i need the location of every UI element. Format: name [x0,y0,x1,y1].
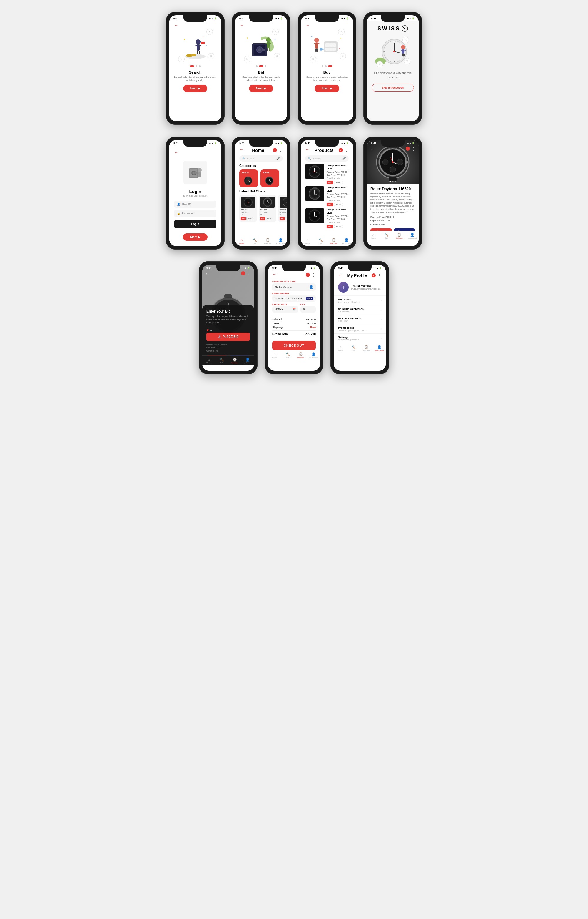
start-button[interactable]: Start ▶ [183,233,208,241]
notification-badge[interactable]: • [406,147,410,151]
back-button[interactable]: ← [174,150,178,155]
start-button[interactable]: Start ▶ [315,85,339,92]
nav-watches[interactable]: ⌚ Watches [360,345,373,351]
notification-badge[interactable]: • [273,148,277,152]
user-name: Thuba Mamba [351,284,380,287]
skip-intro-button[interactable]: Skip Introduction [372,84,414,91]
product-view-button-2[interactable]: VIEW [334,203,342,206]
next-button[interactable]: Next ▶ [183,85,208,92]
time: 9:41 [371,17,376,20]
more-menu-button[interactable]: ⋮ [344,148,349,152]
detail-bid-button[interactable]: 🔨 BID [370,229,392,231]
back-button[interactable]: ← [240,23,244,28]
nav-account[interactable]: 👤 My Account [307,352,320,358]
detail-buy-button[interactable]: 🛒 BUY NOW [394,229,415,231]
nav-account[interactable]: 👤 My Account [340,238,353,244]
detail-prices: Reserve Price: R59 000 Cap Price: R77 00… [370,216,415,227]
search-bar[interactable]: 🔍 Search 🎤 [239,156,283,162]
login-button[interactable]: Login [174,220,216,228]
bid-button-1[interactable]: BID [241,217,246,220]
nav-bids[interactable]: 🔨 Bids [281,352,294,358]
profile-item-promo[interactable]: Promocodes You have special promocodes › [334,324,386,334]
back-button[interactable]: ← [272,272,276,277]
nav-bids[interactable]: 🔨 Bids [380,233,393,239]
profile-item-shipping[interactable]: Shipping Addresses 3 addresses › [334,305,386,315]
bid-button-2[interactable]: BID [260,217,265,220]
nav-account[interactable]: 👤 My Account [373,345,386,351]
nav-watches[interactable]: ⌚ Watches [261,238,274,244]
nav-bids[interactable]: 🔨 Bids [347,345,360,351]
nav-home[interactable]: ⌂ Home [367,233,380,239]
checkout-button[interactable]: CHECKOUT [272,341,316,350]
more-menu-button[interactable]: ⋮ [378,273,381,278]
notification-badge[interactable]: • [339,148,343,152]
back-button[interactable]: ← [205,271,209,276]
cvv-label: CVV [300,303,316,305]
product-watch-svg-1 [305,164,324,179]
password-field[interactable]: 🔒 Password [174,210,216,217]
profile-item-orders[interactable]: My Orders Already have 12 orders › [334,296,386,305]
user-id-field[interactable]: 👤 User ID [174,201,216,208]
nav-bids[interactable]: 🔨 Bids [248,238,261,244]
back-button[interactable]: ← [370,147,374,151]
more-menu-button[interactable]: ⋮ [247,271,251,276]
product-view-button-1[interactable]: VIEW [334,181,342,184]
nav-watches[interactable]: ⌚ Watches [393,233,406,239]
expiry-input[interactable]: MM/YY 📅 [272,306,298,313]
view-button-1[interactable]: VIEW [246,217,253,220]
notification-badge[interactable]: • [372,273,376,277]
user-email: thuba@rebelplayground.co.za [351,287,380,290]
nav-home[interactable]: ⌂ Home [235,238,248,244]
product-bid-button-2[interactable]: BID [326,203,333,206]
nav-account[interactable]: 👤 My Account [241,358,254,364]
detail-action-buttons: 🔨 BID 🛒 BUY NOW [370,229,415,231]
dot-1 [256,65,258,67]
notification-badge[interactable]: • [241,271,245,276]
category-rolex[interactable]: Rolex [260,170,279,187]
products-search-bar[interactable]: 🔍 Search 🎤 [305,156,349,162]
product-view-button-3[interactable]: VIEW [334,225,342,229]
notch [381,15,405,22]
back-button[interactable]: ← [174,23,178,28]
bid-button-3[interactable]: BID [279,217,284,220]
view-button-3[interactable]: VIEW [285,217,287,220]
cvv-input[interactable]: 98 [300,306,316,313]
back-button[interactable]: ← [239,147,244,152]
nav-bids[interactable]: 🔨 Bids [314,238,327,244]
back-button[interactable]: ← [305,147,309,152]
nav-home[interactable]: ⌂ Home [301,238,314,244]
bid-actions-1: BID VIEW [241,217,255,220]
view-button-2[interactable]: VIEW [266,217,273,220]
place-bid-button[interactable]: ⚓ PLACE BID [207,332,250,341]
more-menu-button[interactable]: ⋮ [412,147,416,151]
product-bid-button-1[interactable]: BID [326,181,333,184]
nav-home[interactable]: ⌂ Home [202,358,215,364]
back-button[interactable]: ← [338,272,342,277]
nav-home[interactable]: ⌂ Home [268,352,281,358]
name-input[interactable]: Thuba Mamba 👤 [272,284,316,291]
notch [282,265,306,271]
nav-account[interactable]: 👤 My Account [406,233,418,239]
svg-rect-39 [317,49,318,52]
nav-watches[interactable]: ⌚ Watches [228,358,241,364]
header-actions: • ⋮ [306,272,316,277]
home-header: ← Home • ⋮ [235,145,287,154]
nav-watches[interactable]: ⌚ Watches [327,238,340,244]
profile-item-payment[interactable]: Payment Methods Visa *4234 › [334,315,386,324]
nav-watches[interactable]: ⌚ Watches [294,352,307,358]
home-title: Home [252,148,264,153]
more-menu-button[interactable]: ⋮ [279,148,283,152]
nav-account[interactable]: 👤 My Account [274,238,287,244]
bid-overlay-screen: ← • ⋮ Enter Your Bid You may only enter … [202,265,254,365]
next-button[interactable]: Next ▶ [249,85,273,92]
onboard-title: Search [189,70,201,75]
product-bid-button-3[interactable]: BID [326,225,333,229]
card-input[interactable]: 1234 5678 9234a 2345 VISA [272,295,316,301]
nav-home[interactable]: ⌂ Home [334,345,347,351]
nav-bids[interactable]: 🔨 Bids [215,358,228,364]
notification-badge[interactable]: • [306,273,310,277]
category-zenith[interactable]: Zenith [239,170,258,187]
back-button[interactable]: ← [306,23,310,28]
profile-item-settings[interactable]: Settings Notifications, password › [334,334,386,343]
more-menu-button[interactable]: ⋮ [312,272,316,277]
